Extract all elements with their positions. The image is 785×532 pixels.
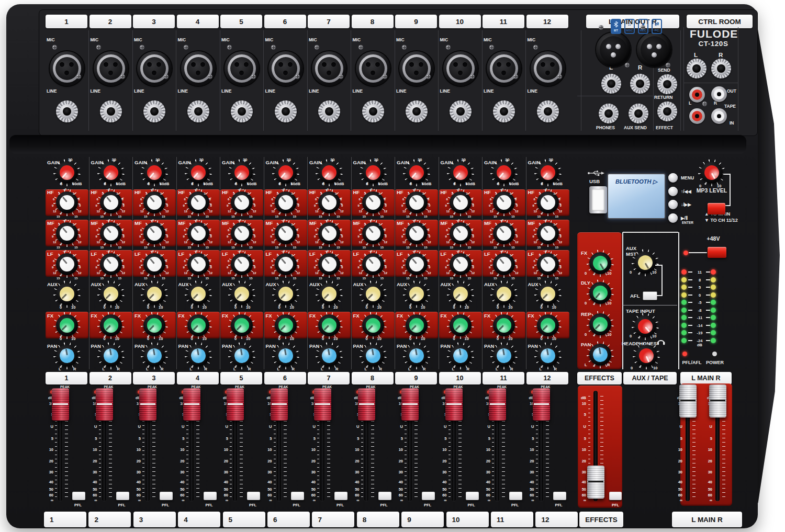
up-prev-button[interactable]: [668, 187, 678, 196]
channel-fader-cap[interactable]: [227, 388, 244, 421]
fx-knob[interactable]: [271, 311, 300, 340]
fx-knob[interactable]: [315, 311, 344, 340]
mp3-level-knob[interactable]: [697, 158, 726, 187]
fx-knob[interactable]: [402, 311, 431, 340]
mf-eq-knob[interactable]: [489, 219, 519, 248]
channel-fader-cap[interactable]: [533, 388, 550, 421]
pfl-button[interactable]: [509, 492, 522, 500]
mf-eq-knob[interactable]: [96, 219, 126, 248]
pan-scale: L: [59, 367, 61, 371]
channel-fader-cap[interactable]: [52, 388, 69, 421]
mf-eq-knob[interactable]: [358, 219, 388, 248]
main-r-fader-cap[interactable]: [709, 384, 726, 417]
eq-scale: 3: [320, 223, 322, 226]
eq-scale: 3: [189, 254, 191, 257]
hf-eq-knob[interactable]: [489, 188, 519, 217]
fader-scale-label: ∞: [482, 499, 490, 503]
line-jack-input: [275, 100, 297, 122]
pfl-button[interactable]: [204, 492, 217, 500]
lf-eq-knob[interactable]: [358, 250, 388, 279]
channel-fader-cap[interactable]: [358, 388, 375, 421]
pfl-button[interactable]: [422, 492, 435, 500]
pfl-button[interactable]: [334, 492, 347, 500]
pfl-button[interactable]: [116, 492, 129, 500]
mf-eq-knob[interactable]: [271, 219, 300, 248]
fx-knob[interactable]: [358, 311, 388, 340]
lf-eq-knob[interactable]: [315, 250, 344, 279]
hf-eq-knob[interactable]: [358, 188, 388, 217]
lf-eq-knob[interactable]: [533, 250, 563, 279]
hf-eq-knob[interactable]: [446, 188, 475, 217]
pfl-button[interactable]: [291, 492, 304, 500]
down-next-button[interactable]: [668, 200, 678, 209]
eq-scale: 6: [402, 259, 404, 263]
mf-eq-knob[interactable]: [140, 219, 169, 248]
fx-knob[interactable]: [446, 311, 475, 340]
lf-eq-knob[interactable]: [446, 250, 475, 279]
effects-fader-cap[interactable]: [587, 466, 604, 499]
mf-eq-knob[interactable]: [533, 219, 563, 248]
eq-scale: 9: [445, 204, 447, 207]
pfl-button[interactable]: [378, 492, 391, 500]
phantom-power-button[interactable]: [708, 247, 726, 258]
hf-eq-knob[interactable]: [402, 188, 431, 217]
lf-eq-knob[interactable]: [52, 250, 82, 279]
lf-eq-knob[interactable]: [227, 250, 256, 279]
channel-fader-cap[interactable]: [445, 388, 463, 421]
pfl-button[interactable]: [466, 492, 479, 500]
hf-eq-knob[interactable]: [52, 188, 82, 217]
fx-knob[interactable]: [227, 311, 256, 340]
eq-scale-top: - 0 +: [500, 250, 506, 253]
hf-eq-knob[interactable]: [271, 188, 300, 217]
gain-scale: 60dB: [291, 182, 300, 186]
pfl-button[interactable]: [160, 492, 173, 500]
pfl-button[interactable]: [247, 492, 260, 500]
eq-scale: 6: [184, 198, 186, 201]
main-l-fader-cap[interactable]: [679, 384, 697, 417]
pfl-button[interactable]: [553, 492, 566, 500]
channel-fader-cap[interactable]: [314, 388, 331, 421]
pfl-button[interactable]: [72, 492, 85, 500]
hf-eq-knob[interactable]: [140, 188, 169, 217]
hf-eq-knob[interactable]: [96, 188, 126, 217]
menu-button[interactable]: [668, 173, 678, 183]
fx-knob[interactable]: [140, 311, 169, 340]
fader-scale-label: 10: [674, 448, 682, 452]
fx-knob[interactable]: [184, 311, 213, 340]
mf-eq-knob[interactable]: [184, 219, 213, 248]
lf-eq-knob[interactable]: [489, 250, 519, 279]
lf-eq-knob[interactable]: [140, 250, 169, 279]
mf-eq-knob[interactable]: [52, 219, 82, 248]
eq-scale: 9: [271, 266, 272, 269]
channel-fader-cap[interactable]: [139, 388, 156, 421]
lf-eq-knob[interactable]: [271, 250, 300, 279]
channel-fader-cap[interactable]: [401, 388, 419, 421]
panel-divider: [577, 96, 654, 96]
fx-knob[interactable]: [52, 311, 82, 340]
lf-eq-knob[interactable]: [184, 250, 213, 279]
lf-eq-knob[interactable]: [96, 250, 126, 279]
fx-knob[interactable]: [96, 311, 126, 340]
mf-eq-knob[interactable]: [402, 219, 431, 248]
fx-knob[interactable]: [533, 311, 563, 340]
channel-fader-cap[interactable]: [271, 388, 288, 421]
hf-eq-knob[interactable]: [533, 188, 563, 217]
channel-fader-cap[interactable]: [96, 388, 113, 421]
hf-eq-knob[interactable]: [184, 188, 213, 217]
lf-eq-knob[interactable]: [402, 250, 431, 279]
mf-eq-knob[interactable]: [227, 219, 256, 248]
usb-port[interactable]: [589, 186, 607, 213]
eq-scale: 3: [291, 223, 293, 226]
hf-eq-knob[interactable]: [315, 188, 344, 217]
channel-fader-cap[interactable]: [183, 388, 200, 421]
channel-fader-cap[interactable]: [489, 388, 506, 421]
effects-pfl-button[interactable]: [609, 492, 622, 500]
fx-knob[interactable]: [489, 311, 519, 340]
hf-eq-knob[interactable]: [227, 188, 256, 217]
mf-eq-knob[interactable]: [315, 219, 344, 248]
play-pause-enter-button[interactable]: [668, 213, 678, 223]
mf-eq-knob[interactable]: [446, 219, 475, 248]
meter-scale-value: -5: [693, 301, 706, 305]
mp3-route-button[interactable]: [708, 203, 725, 214]
fader-scale-label: 10: [578, 448, 586, 452]
